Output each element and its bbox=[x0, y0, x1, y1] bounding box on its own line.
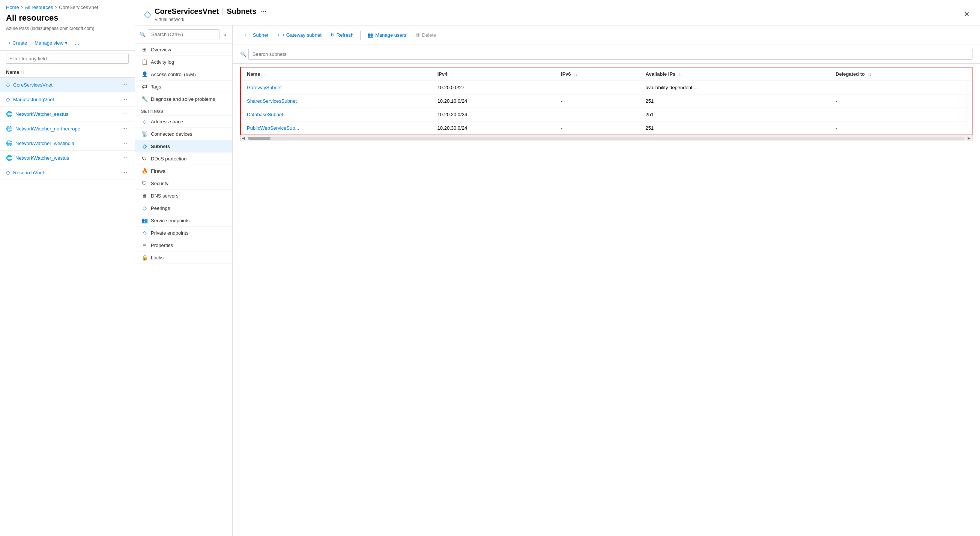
subnet-name-link[interactable]: SharedServicesSubnet bbox=[247, 98, 297, 104]
gateway-subnet-icon: + bbox=[277, 32, 280, 38]
breadcrumb-all-resources[interactable]: All resources bbox=[25, 5, 53, 10]
list-item[interactable]: 🌐 NetworkWatcher_northeurope ··· bbox=[0, 121, 135, 136]
nav-item-private-endpoints[interactable]: ◇ Private endpoints bbox=[135, 227, 232, 239]
nav-item-dns-servers[interactable]: 🖥 DNS servers bbox=[135, 190, 232, 202]
subnet-available-ips: availability dependent ... bbox=[640, 81, 830, 94]
resource-more-button[interactable]: ··· bbox=[121, 168, 129, 176]
list-item[interactable]: 🌐 NetworkWatcher_eastus ··· bbox=[0, 107, 135, 121]
nav-panel: 🔍 « ⊞ Overview 📋 Activity log 👤 Access c… bbox=[135, 25, 232, 536]
subnet-name-link[interactable]: PublicWebServiceSub... bbox=[247, 125, 299, 131]
col-name-header[interactable]: Name ↑↓ bbox=[240, 67, 431, 81]
list-item[interactable]: 🌐 NetworkWatcher_westus ··· bbox=[0, 151, 135, 165]
ipv4-sort-icon[interactable]: ↑↓ bbox=[450, 72, 454, 76]
horizontal-scrollbar[interactable]: ◀ ▶ bbox=[240, 135, 972, 141]
list-item[interactable]: ◇ CoreServicesVnet ··· bbox=[0, 78, 135, 92]
refresh-button[interactable]: ↻ Refresh bbox=[327, 30, 358, 40]
nav-item-connected-devices[interactable]: 📡 Connected devices bbox=[135, 128, 232, 140]
name-sort-icon[interactable]: ↑↓ bbox=[263, 72, 267, 76]
create-button-label: + Create bbox=[8, 40, 27, 46]
private-endpoints-icon: ◇ bbox=[141, 230, 148, 236]
add-subnet-button[interactable]: + + Subnet bbox=[240, 30, 272, 40]
header-more-button[interactable]: ··· bbox=[259, 6, 268, 17]
scroll-right-arrow[interactable]: ▶ bbox=[966, 136, 972, 140]
col-ipv4-header[interactable]: IPv4 ↑↓ bbox=[431, 67, 555, 81]
globe-icon: 🌐 bbox=[6, 140, 13, 146]
nav-item-tags[interactable]: 🏷 Tags bbox=[135, 81, 232, 93]
nav-item-overview[interactable]: ⊞ Overview bbox=[135, 43, 232, 56]
nav-item-diagnose[interactable]: 🔧 Diagnose and solve problems bbox=[135, 93, 232, 105]
peerings-icon: ◇ bbox=[141, 205, 148, 211]
resource-more-button[interactable]: ··· bbox=[121, 110, 129, 118]
col-available-ips-header[interactable]: Available IPs ↑↓ bbox=[640, 67, 830, 81]
available-ips-sort-icon[interactable]: ↑↓ bbox=[678, 72, 682, 76]
col-ipv6-header[interactable]: IPv6 ↑↓ bbox=[555, 67, 640, 81]
subnet-name-link[interactable]: DatabaseSubnet bbox=[247, 112, 283, 117]
nav-item-label: Firewall bbox=[151, 168, 168, 174]
subnet-name-link[interactable]: GatewaySubnet bbox=[247, 85, 282, 90]
toolbar-divider bbox=[360, 31, 361, 40]
collapse-nav-button[interactable]: « bbox=[222, 30, 228, 39]
name-column-header: Name ↑↓ bbox=[0, 67, 135, 78]
globe-icon: 🌐 bbox=[6, 155, 13, 161]
nav-item-firewall[interactable]: 🔥 Firewall bbox=[135, 165, 232, 177]
chevron-down-icon: ▾ bbox=[65, 40, 68, 46]
nav-item-label: Peerings bbox=[151, 205, 170, 211]
nav-item-service-endpoints[interactable]: 👥 Service endpoints bbox=[135, 214, 232, 227]
nav-item-peerings[interactable]: ◇ Peerings bbox=[135, 202, 232, 214]
manage-users-icon: 👥 bbox=[368, 32, 373, 38]
gateway-subnet-button[interactable]: + + Gateway subnet bbox=[274, 30, 325, 40]
list-item[interactable]: ◇ ResearchVnet ··· bbox=[0, 165, 135, 180]
resource-more-button[interactable]: ··· bbox=[121, 95, 129, 103]
nav-item-ddos[interactable]: 🛡 DDoS protection bbox=[135, 152, 232, 165]
activity-log-icon: 📋 bbox=[141, 59, 148, 65]
subnets-icon: ◇ bbox=[141, 143, 148, 149]
delete-label: Delete bbox=[422, 32, 436, 38]
nav-search-input[interactable] bbox=[148, 29, 220, 40]
nav-item-label: Overview bbox=[151, 47, 171, 52]
delete-button[interactable]: 🗑 Delete bbox=[412, 30, 440, 40]
resource-name: ManufacturingVnet bbox=[13, 97, 54, 102]
ipv6-sort-icon[interactable]: ↑↓ bbox=[574, 72, 578, 76]
more-options-button[interactable]: ... bbox=[73, 39, 81, 47]
subnet-ipv6: - bbox=[555, 81, 640, 94]
resource-list: ◇ CoreServicesVnet ··· ◇ ManufacturingVn… bbox=[0, 78, 135, 536]
overview-icon: ⊞ bbox=[141, 46, 148, 52]
nav-item-security[interactable]: 🛡 Security bbox=[135, 177, 232, 190]
panel-section: Subnets bbox=[227, 7, 256, 16]
panel-title: CoreServicesVnet bbox=[154, 7, 219, 16]
scroll-left-arrow[interactable]: ◀ bbox=[240, 136, 247, 140]
subnets-table: Name ↑↓ IPv4 ↑↓ IPv6 ↑↓ bbox=[240, 67, 972, 135]
nav-item-label: Locks bbox=[151, 255, 164, 260]
resource-more-button[interactable]: ··· bbox=[121, 139, 129, 147]
list-item[interactable]: ◇ ManufacturingVnet ··· bbox=[0, 92, 135, 107]
col-delegated-to-header[interactable]: Delegated to ↑↓ bbox=[830, 67, 972, 81]
nav-item-locks[interactable]: 🔒 Locks bbox=[135, 252, 232, 264]
resource-name: NetworkWatcher_northeurope bbox=[15, 126, 80, 132]
close-button[interactable]: ✕ bbox=[963, 9, 971, 20]
nav-item-label: Subnets bbox=[151, 144, 170, 149]
nav-item-address-space[interactable]: ◇ Address space bbox=[135, 116, 232, 128]
sort-icon[interactable]: ↑↓ bbox=[21, 70, 24, 74]
list-item[interactable]: 🌐 NetworkWatcher_westindia ··· bbox=[0, 136, 135, 151]
nav-item-activity-log[interactable]: 📋 Activity log bbox=[135, 56, 232, 68]
resource-more-button[interactable]: ··· bbox=[121, 154, 129, 162]
delegated-to-sort-icon[interactable]: ↑↓ bbox=[868, 72, 872, 76]
nav-item-properties[interactable]: ≡ Properties bbox=[135, 239, 232, 252]
scroll-thumb[interactable] bbox=[248, 137, 270, 140]
breadcrumb-home[interactable]: Home bbox=[6, 5, 19, 10]
create-button[interactable]: + Create bbox=[6, 39, 29, 47]
filter-input[interactable] bbox=[6, 54, 129, 64]
nav-search-box: 🔍 « bbox=[135, 25, 232, 43]
resource-more-button[interactable]: ··· bbox=[121, 81, 129, 89]
resource-more-button[interactable]: ··· bbox=[121, 124, 129, 133]
filter-box bbox=[0, 51, 135, 67]
table-row: PublicWebServiceSub... 10.20.30.0/24 - 2… bbox=[240, 121, 972, 135]
nav-item-access-control[interactable]: 👤 Access control (IAM) bbox=[135, 68, 232, 81]
search-subnets-input[interactable] bbox=[248, 49, 972, 60]
nav-item-subnets[interactable]: ◇ Subnets bbox=[135, 140, 232, 152]
subnet-available-ips: 251 bbox=[640, 108, 830, 121]
nav-list: ⊞ Overview 📋 Activity log 👤 Access contr… bbox=[135, 43, 232, 536]
manage-users-button[interactable]: 👥 Manage users bbox=[364, 30, 410, 40]
manage-view-button[interactable]: Manage view ▾ bbox=[32, 39, 70, 47]
subnets-table-container: Name ↑↓ IPv4 ↑↓ IPv6 ↑↓ bbox=[232, 64, 980, 536]
